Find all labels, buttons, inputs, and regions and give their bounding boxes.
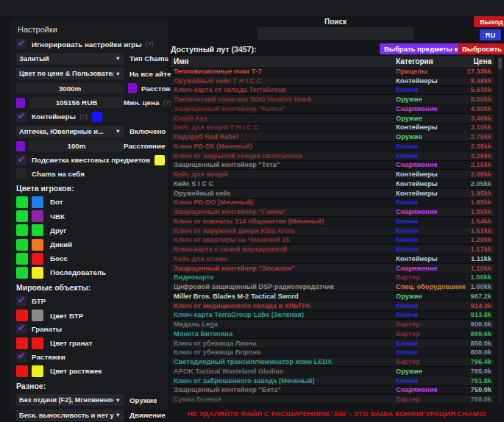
value-input[interactable]: 105156 RUB xyxy=(29,97,124,108)
color-swatch[interactable] xyxy=(128,83,137,93)
table-row[interactable]: Защищенный контейнер "Каппа"Снаряжение4.… xyxy=(171,104,494,114)
item-price: 2.26kk xyxy=(461,152,491,160)
color-swatch[interactable] xyxy=(155,155,165,165)
table-row[interactable]: Ключ-карта с синей маркировкойКлючи1.17k… xyxy=(171,245,494,254)
item-name: APOK Tactical Wasteland Gladius xyxy=(174,368,396,375)
table-row[interactable]: Ключ РБ-БО (Меченый)Ключи1.85kk xyxy=(171,199,494,208)
checkbox[interactable]: ✔ xyxy=(16,323,26,334)
table-row[interactable]: Светодиодный трансиллюминатор кожи LEDXБ… xyxy=(171,357,494,367)
colorpair-row: Босс xyxy=(16,253,162,265)
exit-button[interactable]: Выход xyxy=(474,16,504,27)
color-swatch-primary[interactable] xyxy=(16,210,28,222)
item-price: 3.40kk xyxy=(461,115,491,122)
table-row[interactable]: Кейс для вещей T H I C CКонтейнеры3.10kk xyxy=(171,124,494,133)
color-swatch-primary[interactable] xyxy=(16,267,28,279)
dropdown[interactable]: Без отдачи (F2), Мгновенное п▼ xyxy=(16,394,124,406)
checkbox[interactable]: ✔ xyxy=(16,112,26,122)
item-price: 900.0k xyxy=(461,321,491,328)
checkbox[interactable]: ✔ xyxy=(16,39,26,49)
table-row[interactable]: Защищенный контейнер "Тета"Снаряжение2.1… xyxy=(171,161,494,171)
color-swatch-secondary[interactable] xyxy=(32,310,43,321)
table-row[interactable]: Ключ-карта от склада TerraGroupКлючи5.63… xyxy=(171,86,494,96)
table-row[interactable]: Ключ от наружной двери Kiba ArmsКлючи1.5… xyxy=(171,226,494,236)
color-swatch-primary[interactable] xyxy=(16,224,28,236)
table-row[interactable]: Защищенный контейнер "Эпсилон"Снаряжение… xyxy=(171,264,494,273)
table-row[interactable]: Ключ от медицинского склада в УЛЬТРАКлюч… xyxy=(171,301,494,311)
table-row[interactable]: Ключ от заброшенного завода (Меченый)Клю… xyxy=(171,376,494,386)
table-row[interactable]: Ключ-карта TerraGroup Labs (Зеленая)Ключ… xyxy=(171,311,494,321)
table-row[interactable]: Монета БиткоинаБартер869.6k xyxy=(171,329,494,339)
color-swatch-primary[interactable] xyxy=(16,337,28,349)
checkbox[interactable]: ✔ xyxy=(16,155,26,165)
color-swatch-primary[interactable] xyxy=(16,196,28,208)
color-swatch-primary[interactable] xyxy=(16,253,28,265)
table-row[interactable]: Сумка БоеваяБартер750.0k xyxy=(171,395,494,404)
item-category: Ключи xyxy=(396,311,461,318)
table-row[interactable]: Защищенный контейнер "Бета"Снаряжение750… xyxy=(171,386,494,396)
table-row[interactable]: Ледоруб Red RebelОружие2.75kk xyxy=(171,132,494,142)
table-row[interactable]: Miller Bros. Blades M-2 Tactical SwordОр… xyxy=(171,292,494,301)
item-price: 751.8k xyxy=(461,377,491,385)
help-icon[interactable]: (?) xyxy=(79,113,88,121)
table-row[interactable]: Ключ от квартиры на Чеканной 15Ключи1.29… xyxy=(171,236,494,246)
table-row[interactable]: Оружейный кейс T H I C CКонтейнеры8.48kk xyxy=(171,76,494,86)
table-row[interactable]: Crash AxeОружие3.40kk xyxy=(171,114,494,124)
search-input[interactable] xyxy=(258,27,414,40)
color-swatch-secondary[interactable] xyxy=(32,365,43,377)
table-row[interactable]: Кейс S I C CКонтейнеры2.05kk xyxy=(171,179,494,189)
column-header-category[interactable]: Категория xyxy=(396,57,461,65)
color-swatch[interactable] xyxy=(16,98,25,108)
table-row[interactable]: Ключ от закрытой секции автосалонаКлючи2… xyxy=(171,151,494,161)
dropdown[interactable]: Аптечка, Ювелирные и...▼ xyxy=(16,126,124,137)
dropdown[interactable]: Беск. выносливость и нет уста▼ xyxy=(16,410,124,421)
color-swatch-secondary[interactable] xyxy=(32,196,43,208)
column-header-name[interactable]: Имя xyxy=(174,57,396,65)
item-price: 1.11kk xyxy=(461,255,491,262)
table-row[interactable]: Ключ от убежища ВоронаКлючи800.0k xyxy=(171,348,494,358)
dropdown[interactable]: Залитый▼ xyxy=(16,53,124,65)
table-row[interactable]: Тепловизионные очки Т-7Прицелы17.33kk xyxy=(171,67,494,76)
column-header-price[interactable]: Цена xyxy=(461,57,491,65)
table-row[interactable]: APOK Tactical Wasteland GladiusОружие785… xyxy=(171,367,494,376)
table-row[interactable]: Ключ от комнаты 314 общежития (Меченый)К… xyxy=(171,217,494,226)
table-row[interactable]: Тактический томагавк SOG Voodoo HawkОруж… xyxy=(171,95,494,104)
table-row[interactable]: Защищенный контейнер "Гамма"Снаряжение1.… xyxy=(171,207,494,217)
table-row[interactable]: Оружейный кейсКонтейнеры1.95kk xyxy=(171,189,494,199)
value-input[interactable]: 3000m xyxy=(16,83,124,94)
item-name: Оружейный кейс xyxy=(174,190,396,197)
color-swatch-primary[interactable] xyxy=(16,310,28,321)
value-input[interactable]: 100m xyxy=(29,140,124,151)
checkbox[interactable]: ✔ xyxy=(16,296,26,306)
table-row[interactable]: Цифровой защищенный DSP радиопередатчикС… xyxy=(171,282,494,292)
dropdown[interactable]: Цвет по цене & Пользователь▼ xyxy=(16,68,124,79)
color-swatch-secondary[interactable] xyxy=(32,337,43,349)
color-swatch-secondary[interactable] xyxy=(32,253,43,265)
table-row[interactable]: Ключ от убежища ЛионаКлючи850.0k xyxy=(171,339,494,348)
checkbox[interactable]: ✔ xyxy=(16,351,26,362)
color-swatch-primary[interactable] xyxy=(16,365,28,377)
scrollbar-thumb[interactable] xyxy=(498,57,502,69)
table-row[interactable]: ВидеокартаБартер1.06kk xyxy=(171,273,494,283)
color-label: Цвет растяжек xyxy=(50,367,102,375)
language-button[interactable]: RU xyxy=(480,29,501,40)
table-row[interactable]: Ключ РБ-БК (Меченый)Ключи2.58kk xyxy=(171,142,494,151)
table-scrollbar[interactable] xyxy=(497,56,503,404)
color-swatch-primary[interactable] xyxy=(16,239,28,251)
item-category: Ключи xyxy=(396,348,461,356)
loot-hint-icon[interactable]: (?) xyxy=(235,46,244,53)
help-icon[interactable]: (?) xyxy=(146,40,154,48)
table-row[interactable]: Медаль LegaБартер900.0k xyxy=(171,320,494,329)
color-swatch-secondary[interactable] xyxy=(32,239,43,251)
color-swatch-secondary[interactable] xyxy=(32,210,43,222)
help-icon[interactable]: (?) xyxy=(163,99,171,107)
table-row[interactable]: Кейс для вещейКонтейнеры2.08kk xyxy=(171,170,494,179)
item-name: Кейс для хлама xyxy=(174,255,396,262)
drop-all-button[interactable]: Выбросить все xyxy=(458,43,504,54)
checkbox[interactable] xyxy=(16,168,26,179)
color-swatch[interactable] xyxy=(16,141,25,151)
item-name: Ключ от заброшенного завода (Меченый) xyxy=(174,377,396,385)
color-swatch[interactable] xyxy=(92,112,102,122)
color-swatch-secondary[interactable] xyxy=(32,224,43,236)
color-swatch-secondary[interactable] xyxy=(32,267,43,279)
table-row[interactable]: Кейс для хламаКонтейнеры1.11kk xyxy=(171,254,494,264)
